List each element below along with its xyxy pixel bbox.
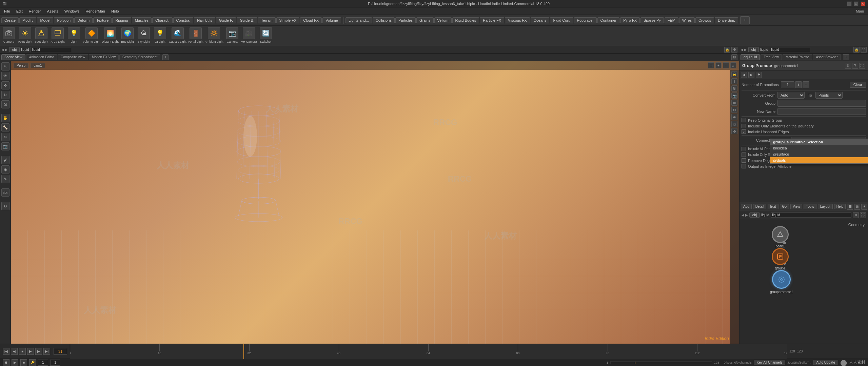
menu-renderman[interactable]: RenderMan xyxy=(83,8,107,14)
sidebar-edit-tool[interactable]: ✎ xyxy=(1,175,9,183)
new-name-input[interactable] xyxy=(777,108,866,115)
clear-btn[interactable]: Clear xyxy=(850,82,866,88)
tl-current-frame[interactable] xyxy=(54,348,67,355)
vp-home-btn[interactable]: ⌂ xyxy=(730,62,736,68)
group-input[interactable] xyxy=(777,100,866,107)
sidebar-handle-tool[interactable]: ⊕ xyxy=(1,133,9,141)
sidebar-bone-tool[interactable]: 🦴 xyxy=(1,123,9,131)
camera2-icon[interactable]: 📷 xyxy=(226,27,238,39)
sidebar-view-tool[interactable]: 👁 xyxy=(1,72,9,80)
sidebar-pose-tool[interactable]: 🖐 xyxy=(1,114,9,122)
key-all-channels-btn[interactable]: Key All Channels xyxy=(754,360,786,365)
particle-fx-btn[interactable]: Particle FX xyxy=(480,17,504,23)
ne-list-view-btn[interactable]: ☰ xyxy=(847,204,853,210)
vp-rc-3[interactable]: G xyxy=(731,85,737,92)
menu-windows[interactable]: Windows xyxy=(62,8,82,14)
status-stop2-btn[interactable]: ■ xyxy=(20,359,27,366)
populace-btn[interactable]: Populace. xyxy=(574,17,597,23)
status-play2-btn[interactable]: ▶ xyxy=(12,359,18,366)
deform-btn[interactable]: Deform xyxy=(74,17,93,23)
lt-volume-light[interactable]: 🔶 Volume Light xyxy=(83,27,100,44)
sidebar-paint-tool[interactable]: 🖌 xyxy=(1,156,9,164)
vellum-btn[interactable]: Vellum xyxy=(434,17,452,23)
fem-btn[interactable]: FEM xyxy=(665,17,678,23)
geometry-spreadsheet-tab[interactable]: Geometry Spreadsheet xyxy=(119,54,160,60)
env-light-icon[interactable]: 🌍 xyxy=(121,27,134,39)
auto-update-btn[interactable]: Auto Update xyxy=(813,360,838,365)
model-btn[interactable]: Model xyxy=(37,17,53,23)
include-only-elements-checkbox[interactable] xyxy=(742,152,746,157)
ne-add-btn[interactable]: Add xyxy=(741,204,752,209)
guide-b-btn[interactable]: Guide B. xyxy=(237,17,257,23)
vr-camera-icon[interactable]: 🎥 xyxy=(243,27,255,39)
point-light-icon[interactable] xyxy=(19,27,31,39)
output-integer-checkbox[interactable] xyxy=(742,164,746,168)
menu-file[interactable]: File xyxy=(1,8,13,14)
vp-render-btn[interactable]: ◻ xyxy=(708,62,714,68)
keep-original-checkbox[interactable] xyxy=(742,118,746,122)
volume-btn[interactable]: Volume xyxy=(322,17,341,23)
sidebar-sculpt-tool[interactable]: ◉ xyxy=(1,165,9,174)
node-grouppromote1-icon[interactable] xyxy=(772,270,791,289)
lt-switcher[interactable]: 🔄 Switcher xyxy=(258,27,273,44)
increment-btn[interactable]: + xyxy=(795,81,802,88)
material-palette-tab[interactable]: Material Palette xyxy=(783,54,812,60)
include-only-checkbox[interactable] xyxy=(742,124,746,128)
character-btn[interactable]: Charact. xyxy=(152,17,173,23)
add-ne-tab-btn[interactable]: + xyxy=(843,54,849,60)
oceans-btn[interactable]: Oceans xyxy=(531,17,550,23)
node-group1-icon[interactable] xyxy=(772,248,789,265)
node-grouppromote1[interactable]: grouppromote1 xyxy=(770,270,793,294)
animation-editor-tab[interactable]: Animation Editor xyxy=(26,54,57,60)
persp-btn[interactable]: Persp xyxy=(14,63,28,68)
lt-light[interactable]: 💡 Light xyxy=(66,27,81,44)
node-obj-liquid-tab[interactable]: obj liquid xyxy=(741,54,760,60)
vp-settings-btn[interactable]: ⚙ xyxy=(731,47,737,53)
tree-view-tab[interactable]: Tree View xyxy=(761,54,782,60)
sidebar-abc[interactable]: abc xyxy=(1,188,9,197)
rp-flag-btn[interactable]: ⚑ xyxy=(756,72,762,78)
simple-fx-btn[interactable]: Simple FX xyxy=(276,17,300,23)
rp-gear-btn[interactable]: ⚙ xyxy=(845,63,851,69)
nav-arrows-left[interactable]: ◀ ▶ xyxy=(1,48,8,52)
vp-split-btn[interactable]: ⊟ xyxy=(731,54,737,60)
num-promotions-input[interactable] xyxy=(781,81,794,88)
spot-light-icon[interactable] xyxy=(35,27,47,39)
nav-arrows-right[interactable]: ◀ ▶ xyxy=(741,48,747,52)
create-btn[interactable]: Create xyxy=(1,17,19,23)
light-icon[interactable]: 💡 xyxy=(68,27,80,39)
lt-distant-light[interactable]: 🌅 Distant Light xyxy=(102,27,119,44)
vp-zoom-out[interactable]: - xyxy=(723,62,729,68)
constraints-btn[interactable]: Constra. xyxy=(173,17,194,23)
lt-point-light[interactable]: Point Light xyxy=(18,27,33,44)
container-btn[interactable]: Container xyxy=(597,17,620,23)
oi-light-icon[interactable]: 💡 xyxy=(154,27,166,39)
timeline-ruler[interactable]: 0 16 32 48 64 80 96 112 128 xyxy=(70,344,787,359)
lt-sky-light[interactable]: 🌤 Sky Light xyxy=(136,27,151,44)
lt-area-light[interactable]: Area Light xyxy=(50,27,65,44)
sidebar-transform-tool[interactable]: ✥ xyxy=(1,81,9,89)
ne-zoom-in-btn[interactable]: + xyxy=(861,204,867,210)
area-light-icon[interactable] xyxy=(52,27,64,39)
polygon-btn[interactable]: Polygon xyxy=(54,17,74,23)
minimize-btn[interactable]: ─ xyxy=(847,1,852,6)
camera-icon[interactable] xyxy=(3,27,15,39)
ne-help-btn[interactable]: Help xyxy=(834,204,846,209)
include-all-checkbox[interactable] xyxy=(742,147,746,151)
vp-rc-1[interactable]: 🔒 xyxy=(731,71,737,77)
rp-undo-btn[interactable]: ◀ xyxy=(741,72,747,78)
tl-play[interactable]: ▶ xyxy=(27,348,34,355)
maximize-btn[interactable]: □ xyxy=(854,1,859,6)
vp-rc-7[interactable]: ⊕ xyxy=(731,114,737,120)
node-peak1-icon[interactable] xyxy=(772,226,789,243)
include-unshared-checkbox[interactable]: ✓ xyxy=(742,129,746,134)
switcher-icon[interactable]: 🔄 xyxy=(260,27,272,39)
tl-prev-frame[interactable]: ◀ xyxy=(11,348,18,355)
motion-fx-view-tab[interactable]: Motion FX View xyxy=(89,54,119,60)
timeline-playhead[interactable] xyxy=(243,344,244,359)
remove-degenerate-checkbox[interactable] xyxy=(742,158,746,163)
lights-btn[interactable]: Lights and... xyxy=(346,17,372,23)
particles-btn[interactable]: Particles xyxy=(395,17,416,23)
vp-zoom-in[interactable]: + xyxy=(715,62,722,68)
ne-layout-btn[interactable]: Layout xyxy=(818,204,833,209)
